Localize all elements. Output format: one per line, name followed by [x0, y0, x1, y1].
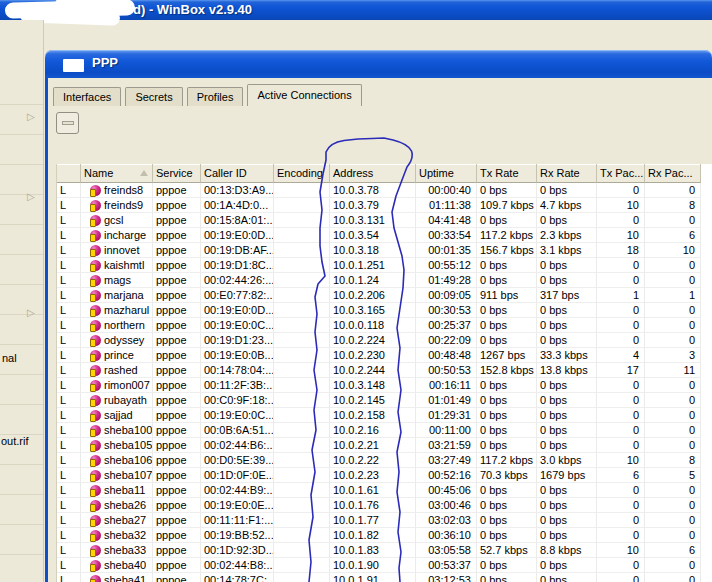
table-row[interactable]: Lsheba106pppoe00:D0:5E:39...10.0.2.2203:…: [57, 453, 712, 468]
submenu-right-arrow-icon[interactable]: ▷: [27, 192, 35, 202]
column-header-encoding[interactable]: Encoding: [274, 164, 330, 183]
column-header-tx_rate[interactable]: Tx Rate: [477, 164, 537, 183]
cell-rx_rate: 0 bps: [537, 498, 597, 513]
table-row[interactable]: Lprincepppoe00:19:E0:0B...10.0.2.23000:4…: [57, 348, 712, 363]
cell-encoding: [274, 213, 330, 228]
tab-active-connections[interactable]: Active Connections: [247, 84, 361, 106]
column-header-rx_rate[interactable]: Rx Rate: [537, 164, 597, 183]
remove-button[interactable]: [56, 112, 79, 134]
cell-rx_rate: 0 bps: [537, 438, 597, 453]
table-row[interactable]: Lsheba100pppoe00:0B:6A:51...10.0.2.1600:…: [57, 423, 712, 438]
cell-caller_id: 00:1D:92:3D...: [201, 543, 274, 558]
cell-flag: L: [57, 348, 81, 363]
menu-item-partial[interactable]: nal: [2, 352, 17, 364]
cell-caller_id: 00:02:44:26:...: [201, 273, 274, 288]
column-header-uptime[interactable]: Uptime: [416, 164, 477, 183]
table-row[interactable]: Lsheba107pppoe00:1D:0F:0E...10.0.2.2300:…: [57, 468, 712, 483]
tab-interfaces[interactable]: Interfaces: [53, 87, 121, 106]
cell-uptime: 00:09:05: [416, 288, 477, 303]
cell-encoding: [274, 393, 330, 408]
column-header-flag[interactable]: [57, 164, 81, 183]
table-row[interactable]: Lodysseypppoe00:19:D1:23...10.0.2.22400:…: [57, 333, 712, 348]
column-header-caller_id[interactable]: Caller ID: [201, 164, 274, 183]
cell-rx_pac: 0: [645, 318, 701, 333]
cell-name: sheba33: [81, 543, 153, 558]
cell-name: gcsl: [81, 213, 153, 228]
cell-service: pppoe: [153, 483, 201, 498]
table-row[interactable]: Lsheba26pppoe00:19:E0:0E...10.0.1.7603:0…: [57, 498, 712, 513]
cell-encoding: [274, 513, 330, 528]
cell-tx_rate: 911 bps: [477, 288, 537, 303]
cell-tx_pac: 0: [597, 513, 645, 528]
cell-service: pppoe: [153, 528, 201, 543]
cell-address: 10.0.3.131: [330, 213, 416, 228]
column-header-address[interactable]: Address: [330, 164, 416, 183]
cell-caller_id: 00:19:DB:AF...: [201, 243, 274, 258]
cell-name: innovet: [81, 243, 153, 258]
cell-tx_pac: 17: [597, 363, 645, 378]
table-row[interactable]: Lrashedpppoe00:14:78:04:...10.0.2.24400:…: [57, 363, 712, 378]
ppp-user-icon: [90, 485, 101, 496]
submenu-right-arrow-icon[interactable]: ▷: [27, 308, 35, 318]
table-row[interactable]: Lkaishmtlpppoe00:19:D1:8C...10.0.1.25100…: [57, 258, 712, 273]
cell-uptime: 01:01:49: [416, 393, 477, 408]
cell-tx_rate: 0 bps: [477, 318, 537, 333]
tab-profiles[interactable]: Profiles: [187, 87, 244, 106]
cell-tx_pac: 0: [597, 423, 645, 438]
cell-tx_rate: 0 bps: [477, 393, 537, 408]
table-row[interactable]: Lsheba33pppoe00:1D:92:3D...10.0.1.8303:0…: [57, 543, 712, 558]
table-row[interactable]: Lrimon007pppoe00:11:2F:3B:...10.0.3.1480…: [57, 378, 712, 393]
cell-flag: L: [57, 213, 81, 228]
table-row[interactable]: Lrubayathpppoe00:C0:9F:18:...10.0.2.1450…: [57, 393, 712, 408]
column-header-tx_pac[interactable]: Tx Pac...: [597, 164, 645, 183]
cell-rx_pac: 1: [645, 288, 701, 303]
cell-service: pppoe: [153, 318, 201, 333]
table-row[interactable]: Lsheba27pppoe00:11:11:F1:...10.0.1.7703:…: [57, 513, 712, 528]
cell-caller_id: 00:02:44:B6:...: [201, 438, 274, 453]
cell-rx_rate: 33.3 kbps: [537, 348, 597, 363]
cell-service: pppoe: [153, 513, 201, 528]
cell-rx_pac: 8: [645, 198, 701, 213]
table-row[interactable]: Lsheba41pppoe00:14:78:7C:...10.0.1.9103:…: [57, 573, 712, 582]
table-row[interactable]: Linnovetpppoe00:19:DB:AF...10.0.3.1800:0…: [57, 243, 712, 258]
menu-item-partial[interactable]: out.rif: [1, 435, 29, 447]
table-row[interactable]: Lmarjanapppoe00:E0:77:82:...10.0.2.20600…: [57, 288, 712, 303]
table-row[interactable]: Lmagspppoe00:02:44:26:...10.0.1.2401:49:…: [57, 273, 712, 288]
cell-rx_rate: 0 bps: [537, 483, 597, 498]
table-row[interactable]: Lgcslpppoe00:15:8A:01:...10.0.3.13104:41…: [57, 213, 712, 228]
table-row[interactable]: Linchargepppoe00:19:E0:0D...10.0.3.5400:…: [57, 228, 712, 243]
cell-rx_pac: 0: [645, 213, 701, 228]
cell-tx_rate: 0 bps: [477, 303, 537, 318]
ppp-user-icon: [90, 200, 101, 211]
cell-service: pppoe: [153, 333, 201, 348]
table-row[interactable]: Lnorthernpppoe00:19:E0:0C...10.0.0.11800…: [57, 318, 712, 333]
cell-encoding: [274, 183, 330, 198]
app-title-bar[interactable]: d) - WinBox v2.9.40: [0, 0, 712, 20]
ppp-title-bar[interactable]: PPP: [45, 50, 712, 78]
submenu-right-arrow-icon[interactable]: ▷: [27, 112, 35, 122]
cell-address: 10.0.1.24: [330, 273, 416, 288]
table-row[interactable]: Lsheba32pppoe00:19:BB:52...10.0.1.8200:3…: [57, 528, 712, 543]
table-row[interactable]: Lsajjadpppoe00:19:E0:0C...10.0.2.15801:2…: [57, 408, 712, 423]
cell-uptime: 01:29:31: [416, 408, 477, 423]
column-header-rx_pac[interactable]: Rx Pac...: [645, 164, 701, 183]
cell-address: 10.0.3.148: [330, 378, 416, 393]
table-row[interactable]: Lmazharulpppoe00:19:E0:0D...10.0.3.16500…: [57, 303, 712, 318]
cell-caller_id: 00:0B:6A:51...: [201, 423, 274, 438]
cell-name: sheba105: [81, 438, 153, 453]
tab-secrets[interactable]: Secrets: [125, 87, 182, 106]
ppp-user-icon: [90, 320, 101, 331]
table-row[interactable]: Lsheba11pppoe00:02:44:B9:...10.0.1.6100:…: [57, 483, 712, 498]
column-header-name[interactable]: Name: [81, 164, 153, 183]
cell-name: freinds8: [81, 183, 153, 198]
table-row[interactable]: Lsheba40pppoe00:02:44:B8:...10.0.1.9000:…: [57, 558, 712, 573]
table-row[interactable]: Lfreinds9pppoe00:1A:4D:0...10.0.3.7901:1…: [57, 198, 712, 213]
column-header-service[interactable]: Service: [153, 164, 201, 183]
cell-tx_rate: 152.8 kbps: [477, 363, 537, 378]
table-row[interactable]: Lsheba105pppoe00:02:44:B6:...10.0.2.2103…: [57, 438, 712, 453]
table-row[interactable]: Lfreinds8pppoe00:13:D3:A9...10.0.3.7800:…: [57, 183, 712, 198]
ppp-user-icon: [90, 530, 101, 541]
cell-address: 10.0.2.158: [330, 408, 416, 423]
cell-rx_pac: 0: [645, 558, 701, 573]
cell-rx_pac: 0: [645, 438, 701, 453]
